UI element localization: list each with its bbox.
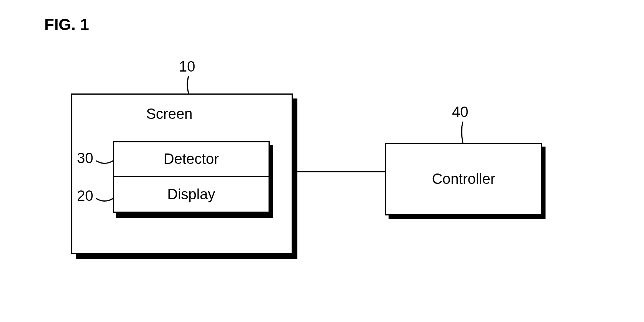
display-box: Display	[113, 177, 270, 213]
reference-number-30: 30	[77, 150, 93, 167]
reference-number-10: 10	[179, 58, 195, 75]
detector-box: Detector	[113, 141, 270, 177]
reference-number-40: 40	[452, 104, 468, 120]
leader-line-30	[96, 159, 113, 167]
controller-label: Controller	[432, 171, 496, 187]
figure-title: FIG. 1	[44, 15, 89, 34]
detector-label: Detector	[164, 151, 219, 167]
reference-number-20: 20	[77, 188, 93, 204]
leader-line-10	[185, 76, 193, 95]
screen-label: Screen	[146, 106, 192, 122]
leader-line-20	[96, 197, 113, 204]
leader-line-40	[460, 122, 467, 144]
display-label: Display	[167, 186, 215, 203]
connector-line	[297, 171, 385, 172]
controller-box: Controller	[385, 143, 542, 215]
